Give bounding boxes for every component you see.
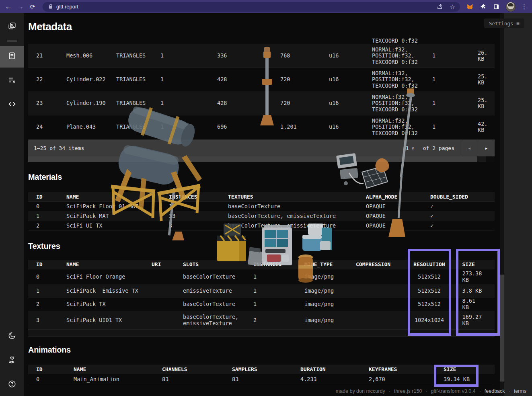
mesh-id-cell: 22 bbox=[36, 76, 66, 83]
texture-slots-cell: emissiveTexture bbox=[183, 288, 253, 294]
textures-table-footer bbox=[28, 330, 495, 336]
mesh-vertices-cell: 696 bbox=[217, 124, 280, 130]
mesh-instances-cell: 1 bbox=[432, 53, 464, 59]
horizontal-scrollbar[interactable] bbox=[28, 156, 495, 162]
material-textures-cell: baseColorTexture bbox=[228, 203, 366, 210]
mesh-indices-type-cell: u16 bbox=[329, 76, 372, 83]
horizontal-scrollbar-thumb[interactable] bbox=[28, 156, 477, 162]
metamask-extension-icon[interactable] bbox=[466, 3, 474, 11]
column-header: COMPRESSION bbox=[352, 261, 408, 268]
page: { "browser": { "url": "gltf.report", "ba… bbox=[0, 0, 532, 396]
texture-slots-cell: baseColorTexture bbox=[183, 301, 253, 308]
material-instances-cell: 1 bbox=[169, 203, 228, 210]
address-bar[interactable]: gltf.report ☆ bbox=[43, 2, 460, 12]
profile-avatar[interactable] bbox=[505, 2, 516, 12]
vertical-scrollbar[interactable] bbox=[500, 13, 504, 396]
texture-mime-cell: image/png bbox=[300, 288, 352, 294]
bookmark-star-icon[interactable]: ☆ bbox=[450, 3, 455, 10]
extensions-puzzle-icon[interactable] bbox=[479, 3, 487, 11]
column-header: ID bbox=[36, 366, 74, 373]
texture-id-cell: 1 bbox=[36, 288, 66, 294]
material-doublesided-cell: ✓ bbox=[430, 223, 495, 229]
next-page-button[interactable]: ▸ bbox=[478, 140, 495, 156]
feedback-link[interactable]: feedback bbox=[485, 388, 505, 394]
texture-size-cell: 3.8 KB bbox=[451, 288, 495, 294]
column-header: NAME bbox=[66, 194, 169, 200]
texture-mime-cell: image/png bbox=[300, 301, 352, 308]
report-panel: Metadata TEXCOORD_0:f32 21 Mesh.006 TRIA… bbox=[24, 13, 500, 396]
material-row: 1 SciFiPack_MAT 33 baseColorTexture, emi… bbox=[28, 211, 495, 221]
footer: made by don mccurdy · three.js r150 · gl… bbox=[336, 388, 526, 394]
prev-icon: ◂ bbox=[468, 145, 471, 151]
texture-id-cell: 0 bbox=[36, 274, 66, 280]
material-row: 2 SciFi_UI_TX 3 baseColorTexture, emissi… bbox=[28, 221, 495, 231]
material-name-cell: SciFiPack_MAT bbox=[66, 213, 169, 220]
terms-link[interactable]: terms bbox=[514, 388, 526, 394]
sidebar-item-donate[interactable] bbox=[0, 350, 24, 371]
sidebar-item-help[interactable] bbox=[0, 374, 24, 396]
mesh-instances-cell: 1 bbox=[432, 100, 464, 107]
textures-table: ID NAME URI SLOTS INSTANCES MIME_TYPE CO… bbox=[28, 260, 495, 336]
mesh-mode-cell: TRIANGLES bbox=[116, 124, 160, 130]
material-id-cell: 0 bbox=[36, 203, 66, 210]
browser-forward-button[interactable]: → bbox=[14, 1, 27, 12]
mesh-row-partial: TEXCOORD_0:f32 bbox=[28, 36, 495, 44]
browser-extensions-area: ⋮ bbox=[466, 2, 531, 12]
footer-gltf-transform-version: gltf-transform v3.0.4 bbox=[431, 388, 476, 394]
validation-icon bbox=[8, 76, 16, 86]
texture-id-cell: 2 bbox=[36, 301, 66, 308]
browser-back-button[interactable]: ← bbox=[2, 1, 14, 12]
sidebar-item-report[interactable] bbox=[0, 46, 24, 68]
page-select-dropdown[interactable]: 1 ∨ bbox=[406, 145, 414, 151]
vertical-scrollbar-thumb[interactable] bbox=[500, 275, 504, 382]
texture-row: 1 SciFiPack__Emissive_TX emissiveTexture… bbox=[28, 285, 495, 298]
material-doublesided-cell: ✓ bbox=[430, 213, 495, 220]
column-header: DURATION bbox=[300, 366, 369, 373]
column-header: SAMPLERS bbox=[232, 366, 300, 373]
animation-channels-cell: 83 bbox=[162, 376, 232, 383]
pagination-range-label: 1–25 of 34 items bbox=[34, 145, 406, 151]
mesh-indices-cell: 768 bbox=[280, 53, 329, 59]
sidebar-item-viewer[interactable] bbox=[0, 16, 24, 38]
browser-menu-icon[interactable]: ⋮ bbox=[521, 3, 527, 10]
share-icon[interactable] bbox=[436, 3, 444, 11]
animations-header-row: ID NAME CHANNELS SAMPLERS DURATION KEYFR… bbox=[28, 365, 495, 374]
column-header: SIZE bbox=[444, 366, 495, 373]
sidebar-item-validation[interactable] bbox=[0, 70, 24, 92]
browser-reload-button[interactable]: ⟳ bbox=[27, 1, 39, 12]
previous-page-button[interactable]: ◂ bbox=[461, 140, 478, 156]
column-header: MIME_TYPE bbox=[300, 261, 352, 268]
meshes-table: TEXCOORD_0:f32 21 Mesh.006 TRIANGLES 1 3… bbox=[28, 36, 495, 139]
column-header: SIZE bbox=[451, 261, 495, 268]
mesh-indices-cell: 720 bbox=[280, 76, 329, 83]
mesh-table-row: 21 Mesh.006 TRIANGLES 1 336 768 u16 NORM… bbox=[28, 44, 495, 68]
settings-button[interactable]: Settings ≡ bbox=[484, 18, 524, 28]
texture-size-cell: 273.38 KB bbox=[451, 271, 495, 283]
mesh-name-cell: Mesh.006 bbox=[66, 53, 116, 59]
column-header: KEYFRAMES bbox=[369, 366, 444, 373]
texture-id-cell: 3 bbox=[36, 317, 66, 324]
next-icon: ▸ bbox=[485, 145, 488, 151]
column-header: DOUBLE_SIDED bbox=[430, 194, 495, 200]
side-panel-icon[interactable] bbox=[492, 3, 500, 11]
texture-instances-cell: 1 bbox=[253, 301, 300, 308]
mesh-instances-cell: 1 bbox=[432, 124, 464, 130]
settings-menu-icon: ≡ bbox=[516, 21, 520, 27]
sidebar-divider bbox=[7, 41, 17, 41]
sidebar-item-theme-toggle[interactable] bbox=[0, 326, 24, 347]
column-header: CHANNELS bbox=[162, 366, 232, 373]
texture-size-cell: 169.27 KB bbox=[451, 314, 495, 326]
meshes-pagination: 1–25 of 34 items 1 ∨ of 2 pages ◂ ▸ bbox=[28, 140, 495, 156]
mesh-attributes-cell: NORMAL:f32, POSITION:f32, TEXCOORD_0:f32 bbox=[372, 47, 432, 66]
texture-slots-cell: baseColorTexture bbox=[183, 274, 253, 280]
mesh-name-cell: Cylinder.022 bbox=[66, 76, 116, 83]
mesh-id-cell: 23 bbox=[36, 100, 66, 107]
mesh-size-cell: 25. KB bbox=[464, 97, 495, 110]
animation-name-cell: Main_Animation bbox=[74, 376, 162, 383]
sidebar-item-script[interactable] bbox=[0, 94, 24, 116]
mesh-table-row: 24 Plane.043 TRIANGLES 1 696 1,201 u16 N… bbox=[28, 115, 495, 139]
mesh-primitives-cell: 1 bbox=[160, 53, 217, 59]
material-textures-cell: baseColorTexture, emissiveTexture bbox=[228, 223, 366, 229]
mesh-primitives-cell: 1 bbox=[160, 124, 217, 130]
material-alpha-cell: OPAQUE bbox=[366, 213, 430, 220]
